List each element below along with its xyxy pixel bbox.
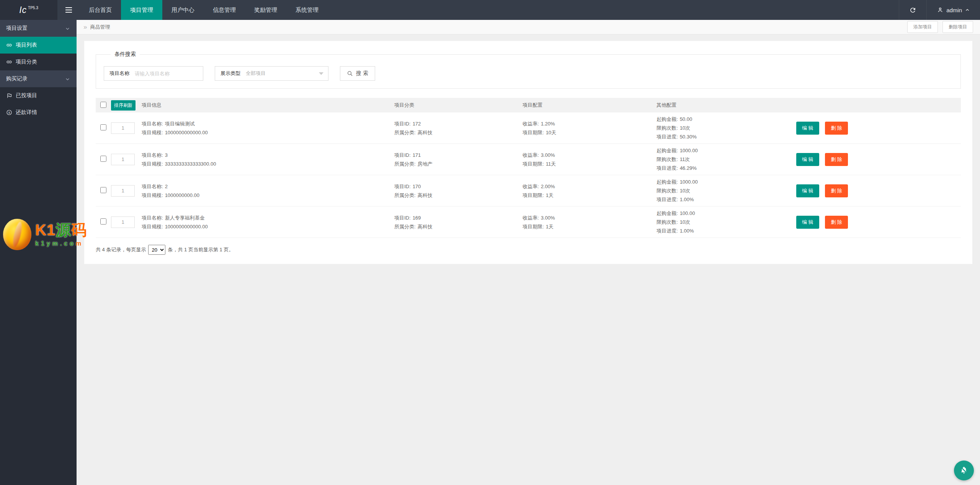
row-order-input[interactable] — [111, 154, 135, 165]
nav-item-projects[interactable]: 项目管理 — [121, 0, 162, 20]
main-content: » 商品管理 添加项目 删除项目 条件搜索 项目名称 展示类型 — [77, 20, 980, 485]
buy-limit: 10次 — [680, 125, 690, 131]
cell-project-category: 项目ID:171 所属分类:房地产 — [394, 151, 523, 168]
cell-actions: 编 辑 删 除 — [789, 153, 961, 166]
display-type-value: 全部项目 — [246, 70, 266, 77]
delete-button[interactable]: 删 除 — [825, 184, 848, 197]
table-header: 排序刷新 项目信息 项目分类 项目配置 其他配置 — [96, 98, 961, 112]
sidebar-item-label: 项目列表 — [16, 42, 37, 49]
project-term: 11天 — [546, 161, 556, 167]
project-rate: 2.00% — [541, 184, 555, 189]
username: admin — [946, 7, 962, 13]
edit-button[interactable]: 编 辑 — [796, 122, 819, 135]
sidebar-group-project-settings[interactable]: 项目设置 — [0, 20, 77, 37]
project-progress: 46.29% — [680, 165, 697, 171]
table-row: 项目名称:2 项目规模:1000000000.00 项目ID:170 所属分类:… — [96, 175, 961, 207]
cell-project-config: 收益率:2.00% 项目期限:1天 — [523, 182, 657, 200]
svg-text:$: $ — [8, 111, 10, 114]
table-body: 项目名称:项目编辑测试 项目规模:1000000000000.00 项目ID:1… — [96, 112, 961, 238]
sidebar-item-invested-projects[interactable]: 已投项目 — [0, 87, 77, 104]
refresh-icon — [909, 7, 916, 14]
search-panel: 条件搜索 项目名称 展示类型 全部项目 — [96, 51, 961, 89]
menu-toggle-icon[interactable] — [57, 0, 80, 20]
breadcrumb: » 商品管理 添加项目 删除项目 — [77, 20, 980, 34]
col-header-category: 项目分类 — [394, 102, 523, 109]
nav-item-home[interactable]: 后台首页 — [80, 0, 121, 20]
nav-item-rewards[interactable]: 奖励管理 — [245, 0, 286, 20]
project-name: 2 — [165, 184, 168, 189]
project-rate: 3.00% — [541, 215, 555, 221]
row-order-input[interactable] — [111, 185, 135, 197]
sidebar-item-project-category[interactable]: 项目分类 — [0, 54, 77, 70]
project-progress: 1.00% — [680, 197, 694, 202]
flag-icon — [6, 93, 12, 99]
project-rate: 3.00% — [541, 152, 555, 158]
delete-button[interactable]: 删 除 — [825, 122, 848, 135]
project-scale: 3333333333333300.00 — [165, 161, 216, 167]
watermark-domain: k1ym.com — [35, 241, 87, 247]
search-icon — [347, 70, 353, 76]
delete-project-button[interactable]: 删除项目 — [942, 21, 973, 33]
project-rate: 1.20% — [541, 121, 555, 127]
row-checkbox[interactable] — [100, 187, 106, 193]
link-icon — [6, 59, 12, 65]
project-name-input[interactable] — [135, 67, 203, 80]
project-name: 3 — [165, 152, 168, 158]
pagination: 共 4 条记录，每页显示 20 条，共 1 页当前显示第 1 页。 — [96, 245, 961, 255]
main-nav: 后台首页 项目管理 用户中心 信息管理 奖励管理 系统管理 — [80, 0, 328, 20]
search-button[interactable]: 搜 索 — [340, 66, 375, 81]
project-category: 高科技 — [418, 192, 433, 198]
mute-notifications-button[interactable] — [954, 461, 974, 480]
select-all-checkbox[interactable] — [100, 102, 106, 108]
cell-other-config: 起购金额:100.00 限购次数:10次 项目进度:1.00% — [657, 209, 789, 235]
refresh-button[interactable] — [899, 0, 927, 20]
project-id: 172 — [413, 121, 421, 127]
user-menu[interactable]: admin — [927, 0, 980, 20]
cell-project-info: 项目名称:2 项目规模:1000000000.00 — [142, 182, 394, 200]
cell-project-category: 项目ID:169 所属分类:高科技 — [394, 213, 523, 231]
buy-limit: 10次 — [680, 188, 690, 194]
table-row: 项目名称:3 项目规模:3333333333333300.00 项目ID:171… — [96, 144, 961, 175]
search-panel-title: 条件搜索 — [111, 51, 140, 58]
edit-button[interactable]: 编 辑 — [796, 184, 819, 197]
project-category: 高科技 — [418, 130, 433, 135]
pagination-text-after: 条，共 1 页当前显示第 1 页。 — [168, 246, 234, 253]
cell-actions: 编 辑 删 除 — [789, 122, 961, 135]
row-order-input[interactable] — [111, 122, 135, 134]
nav-item-info[interactable]: 信息管理 — [204, 0, 245, 20]
sort-refresh-button[interactable]: 排序刷新 — [111, 100, 136, 111]
cell-project-config: 收益率:1.20% 项目期限:10天 — [523, 119, 657, 137]
delete-button[interactable]: 删 除 — [825, 216, 848, 229]
page-size-select[interactable]: 20 — [148, 245, 165, 255]
display-type-group: 展示类型 全部项目 — [215, 66, 328, 81]
bell-slash-icon — [959, 465, 969, 475]
breadcrumb-title: 商品管理 — [90, 24, 110, 31]
col-header-config: 项目配置 — [523, 102, 657, 109]
cell-other-config: 起购金额:1000.00 限购次数:11次 项目进度:46.29% — [657, 146, 789, 173]
project-name: 项目编辑测试 — [165, 121, 195, 127]
project-category: 房地产 — [418, 161, 433, 167]
edit-button[interactable]: 编 辑 — [796, 216, 819, 229]
add-project-button[interactable]: 添加项目 — [907, 21, 938, 33]
logo-text: Ic — [19, 5, 27, 15]
edit-button[interactable]: 编 辑 — [796, 153, 819, 166]
nav-item-system[interactable]: 系统管理 — [286, 0, 328, 20]
row-checkbox[interactable] — [100, 156, 106, 162]
chevron-down-icon — [65, 76, 70, 82]
cell-project-config: 收益率:3.00% 项目期限:11天 — [523, 151, 657, 168]
cell-other-config: 起购金额:1000.00 限购次数:10次 项目进度:1.00% — [657, 177, 789, 204]
project-term: 10天 — [546, 130, 556, 135]
row-checkbox[interactable] — [100, 218, 106, 225]
topbar: IcTP5.3 后台首页 项目管理 用户中心 信息管理 奖励管理 系统管理 ad… — [0, 0, 980, 20]
nav-item-users[interactable]: 用户中心 — [162, 0, 204, 20]
row-order-input[interactable] — [111, 216, 135, 228]
row-checkbox[interactable] — [100, 124, 106, 130]
sidebar-item-label: 项目分类 — [16, 59, 37, 65]
select-arrow-icon — [319, 72, 323, 75]
sidebar-item-project-list[interactable]: 项目列表 — [0, 37, 77, 54]
sidebar-item-repayment-details[interactable]: $ 还款详情 — [0, 104, 77, 121]
sidebar-group-purchase-records[interactable]: 购买记录 — [0, 70, 77, 87]
min-amount: 50.00 — [680, 116, 693, 122]
delete-button[interactable]: 删 除 — [825, 153, 848, 166]
display-type-select[interactable]: 全部项目 — [246, 67, 328, 80]
